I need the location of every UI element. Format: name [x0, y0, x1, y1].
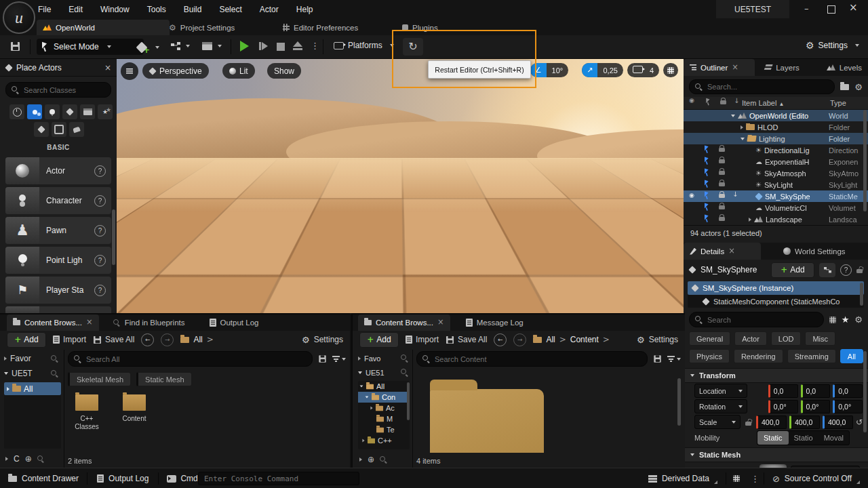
tree-scrollbar[interactable]	[407, 382, 410, 420]
filter-physics[interactable]: Physics	[689, 349, 730, 363]
tree-all[interactable]: All	[358, 381, 410, 392]
viewport-lit-dropdown[interactable]: Lit	[222, 63, 255, 79]
tab-outliner[interactable]: Outliner	[684, 59, 755, 76]
asset-folder-content[interactable]: Content	[115, 394, 153, 422]
filter-streaming[interactable]: Streaming	[787, 349, 836, 363]
pin-column-icon[interactable]	[734, 98, 739, 104]
level-viewport[interactable]: Perspective Lit Show 10 10° 0,25	[117, 59, 684, 313]
outliner-row[interactable]: Landscape Landsca	[684, 214, 868, 225]
mobility-stationary[interactable]: Statio	[789, 434, 818, 442]
back-button[interactable]	[494, 333, 507, 346]
select-icon[interactable]	[705, 146, 710, 152]
add-actor-button[interactable]	[138, 41, 159, 54]
tab-openworld[interactable]: OpenWorld	[37, 20, 170, 35]
lock-icon[interactable]	[719, 180, 725, 186]
lock-icon[interactable]	[719, 145, 725, 152]
mobility-movable[interactable]: Moval	[818, 434, 849, 442]
select-column-icon[interactable]	[706, 99, 711, 106]
favorites-section[interactable]: Favor	[4, 351, 61, 366]
menu-tools[interactable]: Tools	[147, 5, 166, 14]
tree-content-selected[interactable]: Con	[358, 392, 410, 403]
frame-skip-button[interactable]	[259, 42, 268, 50]
outliner-settings-icon[interactable]	[854, 83, 863, 92]
filter-lod[interactable]: LOD	[771, 331, 802, 346]
help-icon[interactable]: ?	[840, 264, 852, 276]
place-actors-search[interactable]	[5, 82, 111, 98]
transform-section-header[interactable]: Transform	[684, 368, 868, 383]
tab-world-settings[interactable]: World Settings	[777, 243, 852, 260]
filter-actor[interactable]: Actor	[734, 331, 767, 346]
console-command-input[interactable]	[198, 472, 359, 485]
select-icon[interactable]	[705, 192, 710, 199]
lock-icon[interactable]	[719, 203, 725, 209]
outliner-row[interactable]: SkyAtmosph SkyAtmo	[684, 167, 868, 179]
menu-actor[interactable]: Actor	[260, 5, 279, 14]
large-folder-thumbnail[interactable]	[430, 389, 544, 453]
cinematics-button[interactable]	[202, 42, 222, 50]
tab-message-log[interactable]: Message Log	[460, 314, 530, 331]
select-icon[interactable]	[705, 203, 710, 210]
play-button[interactable]	[240, 41, 249, 52]
search-classes-input[interactable]	[22, 85, 105, 95]
tree-folder[interactable]: Te	[358, 424, 410, 435]
save-all-button[interactable]: Save All	[446, 335, 487, 344]
tab-find-in-blueprints[interactable]: Find in Blueprints	[107, 314, 191, 331]
content-drawer-button[interactable]: Content Drawer	[0, 474, 87, 483]
scale-x-field[interactable]: 400,0	[756, 415, 787, 429]
maximize-button[interactable]	[827, 5, 835, 14]
location-y-field[interactable]: 0,0	[801, 384, 831, 398]
viewport-perspective-dropdown[interactable]: Perspective	[142, 63, 209, 79]
unlock-icon[interactable]	[856, 266, 863, 273]
project-section[interactable]: UE51	[358, 365, 410, 380]
tab-content-browser-2[interactable]: Content Brows...	[358, 314, 450, 331]
rotation-y-field[interactable]: 0,0°	[801, 400, 831, 413]
details-search[interactable]	[689, 312, 824, 327]
location-x-field[interactable]: 0,0	[768, 384, 798, 398]
filter-misc[interactable]: Misc	[805, 331, 835, 346]
outliner-search-input[interactable]	[706, 82, 829, 92]
lock-column-icon[interactable]	[720, 98, 726, 104]
output-log-button[interactable]: Output Log	[87, 474, 158, 483]
favorites-section[interactable]: Favo	[358, 351, 410, 365]
cb-left-settings[interactable]: Settings	[302, 335, 343, 344]
menu-select[interactable]: Select	[219, 5, 241, 14]
collections-section[interactable]: C	[4, 451, 45, 466]
viewport-show-dropdown[interactable]: Show	[267, 63, 301, 79]
tree-folder-cpp[interactable]: C++	[358, 435, 410, 446]
asset-grid[interactable]	[422, 377, 681, 453]
pin-icon[interactable]	[732, 191, 738, 198]
more-options-icon[interactable]	[747, 474, 764, 483]
back-button[interactable]	[141, 333, 154, 346]
select-icon[interactable]	[705, 215, 710, 222]
asset-folder-cpp[interactable]: C++ Classes	[68, 394, 106, 431]
tab-details[interactable]: Details	[684, 243, 761, 260]
folder-tree-all[interactable]: All	[4, 382, 61, 395]
placeable-actor[interactable]: Pawn?	[5, 217, 111, 244]
select-icon[interactable]	[705, 180, 710, 187]
lock-icon[interactable]	[719, 168, 725, 175]
place-actors-scrollbar[interactable]	[112, 209, 115, 265]
platforms-dropdown[interactable]: Platforms	[334, 41, 394, 50]
details-search-input[interactable]	[706, 315, 818, 325]
search-all-input[interactable]	[85, 354, 307, 364]
favorites-icon[interactable]	[842, 315, 850, 324]
add-asset-button[interactable]: Add	[7, 332, 46, 348]
insights-button[interactable]	[726, 475, 747, 482]
display-options-icon[interactable]	[829, 317, 836, 323]
scale-dropdown[interactable]: Scale	[694, 415, 741, 429]
breadcrumb[interactable]: All Content	[533, 335, 610, 344]
outliner-row[interactable]: SkyLight SkyLight	[684, 179, 868, 190]
lock-icon[interactable]	[719, 157, 725, 163]
cb-right-settings[interactable]: Settings	[637, 335, 678, 344]
filter-dropdown[interactable]	[667, 356, 681, 362]
breadcrumb[interactable]: All	[180, 335, 213, 344]
lock-icon[interactable]	[719, 191, 725, 198]
camera-speed-control[interactable]: 4	[627, 63, 659, 77]
source-control-button[interactable]: Source Control Off	[764, 474, 868, 484]
details-settings-icon[interactable]	[854, 315, 863, 324]
tab-output-log[interactable]: Output Log	[203, 314, 265, 331]
placeable-actor[interactable]: Player Sta?	[5, 277, 111, 304]
placeable-actor[interactable]: Actor?	[5, 157, 111, 184]
outliner-row[interactable]: VolumetricCl Volumet	[684, 202, 868, 214]
outliner-row[interactable]: OpenWorld (Edito World	[684, 110, 868, 121]
